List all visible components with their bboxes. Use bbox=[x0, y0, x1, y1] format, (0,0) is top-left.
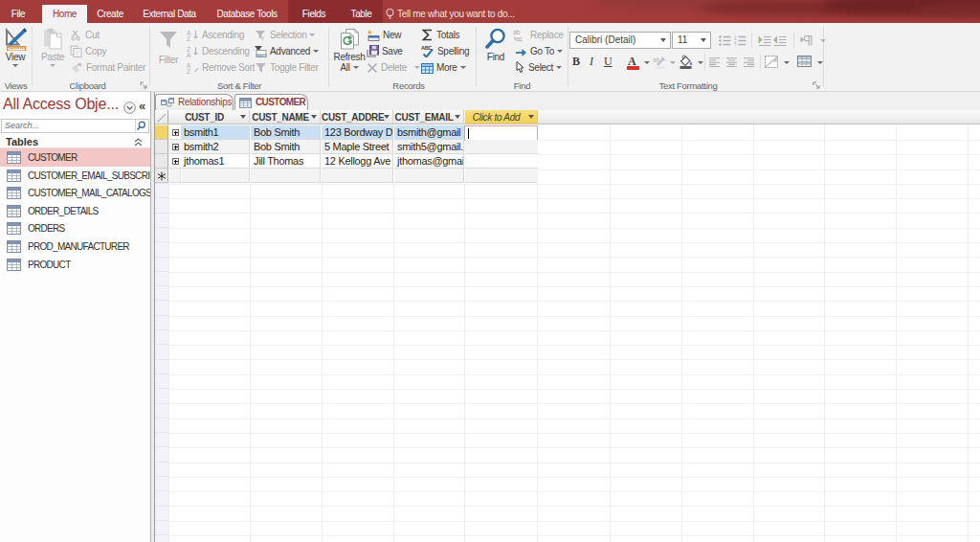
svg-text:Z: Z bbox=[187, 35, 190, 41]
svg-text:A: A bbox=[187, 52, 191, 57]
svg-text:ac: ac bbox=[516, 35, 523, 41]
svg-text:f: f bbox=[262, 34, 265, 41]
svg-text:3: 3 bbox=[734, 43, 737, 46]
svg-text:ab: ab bbox=[513, 29, 521, 35]
svg-text:ABC: ABC bbox=[421, 45, 432, 51]
svg-text:Z: Z bbox=[187, 68, 190, 74]
